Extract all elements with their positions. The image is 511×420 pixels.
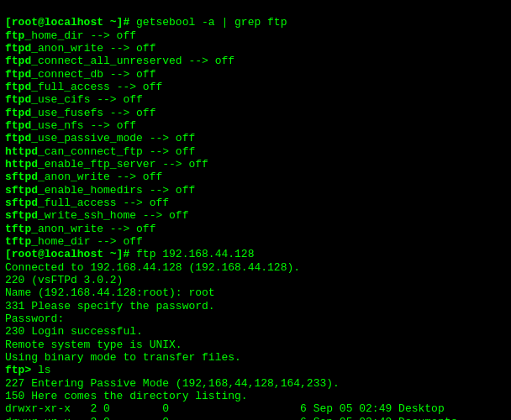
terminal-window: [root@localhost ~]# getsebool -a | grep … xyxy=(5,3,506,420)
terminal-line: httpd_can_connect_ftp --> off xyxy=(5,145,506,158)
bool-value: _full_access --> off xyxy=(38,197,169,209)
bool-prefix: ftp xyxy=(5,29,24,42)
terminal-line: ftpd_connect_all_unreserved --> off xyxy=(5,55,506,67)
bool-prefix: httpd xyxy=(5,145,38,158)
ftp-command: ls xyxy=(38,364,51,376)
bool-prefix: ftpd xyxy=(5,119,31,132)
bool-value: _enable_ftp_server --> off xyxy=(38,158,208,171)
bool-prefix: sftpd xyxy=(5,171,38,183)
bool-prefix: ftpd xyxy=(5,68,31,81)
terminal-line: Using binary mode to transfer files. xyxy=(5,351,506,364)
bool-prefix: sftpd xyxy=(5,184,38,197)
bool-value: _home_dir --> off xyxy=(31,235,143,248)
terminal-line: ftpd_connect_db --> off xyxy=(5,68,506,81)
bool-value: _use_nfs --> off xyxy=(31,119,136,132)
bool-value: _use_passive_mode --> off xyxy=(31,132,195,144)
bool-prefix: sftpd xyxy=(5,209,38,222)
bool-value: _anon_write --> off xyxy=(31,42,155,55)
terminal-line: ftp_home_dir --> off xyxy=(5,29,506,42)
terminal-line: [root@localhost ~]# getsebool -a | grep … xyxy=(5,16,506,29)
terminal-line: Password: xyxy=(5,312,506,325)
terminal-line: 331 Please specify the password. xyxy=(5,300,506,312)
terminal-line: ftpd_use_nfs --> off xyxy=(5,119,506,132)
bool-prefix: ftpd xyxy=(5,42,31,55)
terminal-line: Connected to 192.168.44.128 (192.168.44.… xyxy=(5,261,506,274)
terminal-line: ftpd_use_fusefs --> off xyxy=(5,107,506,119)
bool-value: _use_cifs --> off xyxy=(31,93,143,106)
terminal-line: ftpd_anon_write --> off xyxy=(5,42,506,55)
terminal-line: ftp> ls xyxy=(5,364,506,376)
bool-prefix: sftpd xyxy=(5,197,38,209)
terminal-line: [root@localhost ~]# ftp 192.168.44.128 xyxy=(5,248,506,260)
bool-value: _home_dir --> off xyxy=(24,29,136,42)
bool-prefix: ftpd xyxy=(5,81,31,93)
bool-value: _connect_db --> off xyxy=(31,68,155,81)
bool-value: _write_ssh_home --> off xyxy=(38,209,188,222)
terminal-line: drwxr-xr-x 2 0 0 6 Sep 05 02:49 Document… xyxy=(5,416,506,421)
bool-prefix: httpd xyxy=(5,158,38,171)
terminal-line: ftpd_full_access --> off xyxy=(5,81,506,93)
terminal-line: ftpd_use_passive_mode --> off xyxy=(5,132,506,144)
bool-value: _use_fusefs --> off xyxy=(31,107,155,119)
terminal-line: 227 Entering Passive Mode (192,168,44,12… xyxy=(5,377,506,390)
command-text: getsebool -a | grep ftp xyxy=(136,16,287,29)
terminal-line: sftpd_enable_homedirs --> off xyxy=(5,184,506,197)
terminal-line: 220 (vsFTPd 3.0.2) xyxy=(5,274,506,286)
bool-value: _full_access --> off xyxy=(31,81,162,93)
command-text: ftp 192.168.44.128 xyxy=(136,248,254,260)
bool-prefix: ftpd xyxy=(5,93,31,106)
ftp-prompt: ftp> xyxy=(5,364,38,376)
bool-prefix: ftpd xyxy=(5,55,31,67)
bool-prefix: tftp xyxy=(5,235,31,248)
terminal-line: sftpd_write_ssh_home --> off xyxy=(5,209,506,222)
bool-value: _anon_write --> off xyxy=(38,171,162,183)
terminal-line: sftpd_anon_write --> off xyxy=(5,171,506,183)
bool-prefix: ftpd xyxy=(5,107,31,119)
bool-prefix: tftp xyxy=(5,223,31,235)
bool-value: _can_connect_ftp --> off xyxy=(38,145,195,158)
terminal-line: httpd_enable_ftp_server --> off xyxy=(5,158,506,171)
terminal-line: ftpd_use_cifs --> off xyxy=(5,93,506,106)
terminal-line: tftp_home_dir --> off xyxy=(5,235,506,248)
bool-prefix: ftpd xyxy=(5,132,31,144)
prompt: [root@localhost ~]# xyxy=(5,248,136,260)
terminal-line: 230 Login successful. xyxy=(5,325,506,338)
terminal-line: tftp_anon_write --> off xyxy=(5,223,506,235)
terminal-line: 150 Here comes the directory listing. xyxy=(5,390,506,402)
prompt: [root@localhost ~]# xyxy=(5,16,136,29)
bool-value: _connect_all_unreserved --> off xyxy=(31,55,234,67)
terminal-line: Remote system type is UNIX. xyxy=(5,339,506,351)
bool-value: _enable_homedirs --> off xyxy=(38,184,195,197)
bool-value: _anon_write --> off xyxy=(31,223,155,235)
terminal-line: drwxr-xr-x 2 0 0 6 Sep 05 02:49 Desktop xyxy=(5,402,506,415)
terminal-line: Name (192.168.44.128:root): root xyxy=(5,286,506,299)
terminal-line: sftpd_full_access --> off xyxy=(5,197,506,209)
